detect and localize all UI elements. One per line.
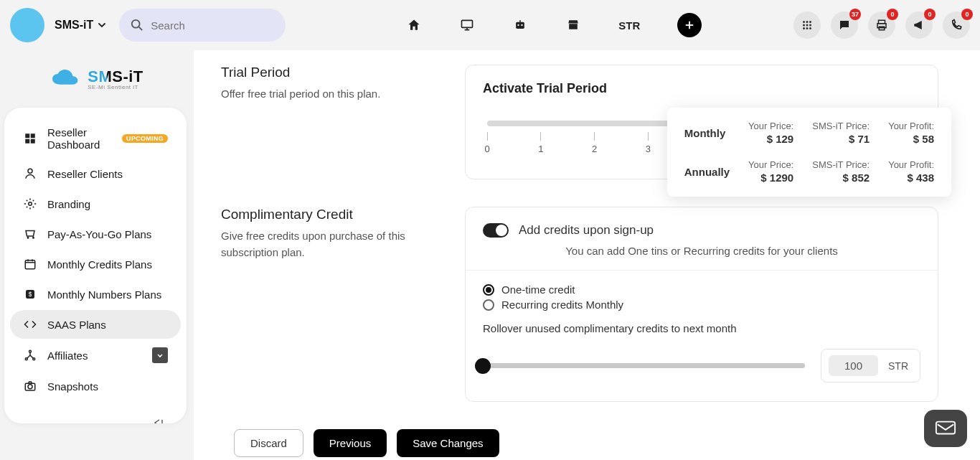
top-center-nav: STR [291, 13, 788, 37]
chat-icon[interactable]: 37 [831, 11, 858, 39]
smsit-price-label: SMS-iT Price: [812, 121, 870, 131]
sidebar-item-label: Monthly Numbers Plans [47, 288, 161, 301]
sidebar-item-snapshots[interactable]: Snapshots [10, 372, 181, 400]
dashboard-icon [23, 131, 37, 146]
credit-desc: Give free credits upon purchase of this … [221, 228, 436, 260]
slider-thumb[interactable] [475, 358, 491, 374]
smsit-price-monthly: $ 71 [812, 133, 870, 145]
svg-point-6 [518, 24, 519, 26]
avatar[interactable] [10, 8, 44, 42]
chevron-down-icon [98, 21, 106, 29]
your-profit-label: Your Profit: [888, 121, 934, 131]
trial-card-title: Activate Trial Period [483, 81, 920, 96]
apps-grid-icon[interactable] [793, 11, 821, 39]
previous-button[interactable]: Previous [314, 429, 387, 457]
desktop-icon[interactable] [459, 17, 475, 33]
your-profit-label: Your Profit: [888, 159, 934, 170]
svg-rect-24 [31, 133, 35, 138]
rollover-text: Rollover unused complimentary credits to… [483, 322, 920, 334]
tick: 2 [590, 132, 599, 154]
sidebar-item-label: Reseller Clients [47, 168, 123, 180]
top-bar: SMS-iT STR 37 [0, 0, 980, 50]
your-price-annually: $ 1290 [748, 172, 793, 184]
sidebar-nav: Reseller Dashboard UPCOMING Reseller Cli… [4, 108, 187, 423]
credit-title: Complimentary Credit [221, 207, 436, 222]
radio-icon [483, 299, 494, 311]
clients-icon [23, 166, 37, 181]
sidebar-item-label: SAAS Plans [47, 319, 106, 331]
save-button[interactable]: Save Changes [397, 429, 499, 457]
svg-point-35 [29, 350, 32, 352]
credit-slider[interactable] [483, 363, 805, 368]
upcoming-badge: UPCOMING [122, 134, 168, 143]
credit-toggle-label: Add credits upon sign-up [519, 223, 654, 238]
credit-value[interactable]: 100 [829, 355, 878, 376]
divider [466, 270, 938, 271]
pricing-popover: Monthly Your Price:$ 129 SMS-iT Price:$ … [667, 108, 951, 197]
svg-point-0 [132, 20, 140, 28]
svg-point-19 [809, 27, 811, 29]
logo-text: SMS-iT [88, 67, 143, 85]
camera-icon [23, 379, 37, 393]
trial-desc: Offer free trial period on this plan. [221, 86, 436, 103]
smsit-price-annually: $ 852 [812, 172, 870, 184]
pricing-monthly-label: Monthly [684, 127, 730, 139]
logo[interactable]: SMS-iT SE-Mi Sentient iT [0, 50, 194, 108]
your-profit-annually: $ 438 [888, 172, 934, 184]
sidebar-item-monthly-numbers[interactable]: $ Monthly Numbers Plans [10, 280, 181, 309]
trial-title: Trial Period [221, 65, 436, 80]
radio-one-time[interactable]: One-time credit [483, 283, 920, 296]
svg-point-39 [28, 385, 32, 389]
cart-icon [23, 227, 37, 241]
collapse-icon[interactable] [152, 418, 165, 423]
svg-rect-29 [25, 260, 35, 269]
megaphone-icon[interactable]: 0 [905, 11, 933, 39]
robot-icon[interactable] [512, 17, 528, 33]
add-button[interactable] [677, 13, 702, 37]
workspace-switcher[interactable]: SMS-iT [55, 19, 106, 32]
radio-label: Recurring credits Monthly [501, 299, 623, 311]
credit-toggle[interactable] [483, 223, 509, 238]
number-icon: $ [23, 287, 37, 301]
phone-icon[interactable]: 0 [943, 11, 970, 39]
sidebar: SMS-iT SE-Mi Sentient iT Reseller Dashbo… [0, 50, 194, 460]
megaphone-badge: 0 [924, 9, 936, 20]
main-content: Trial Period Offer free trial period on … [194, 50, 980, 460]
sidebar-item-affiliates[interactable]: Affiliates [10, 340, 181, 370]
svg-point-27 [28, 169, 32, 173]
sidebar-item-reseller-dashboard[interactable]: Reseller Dashboard UPCOMING [10, 119, 181, 158]
discard-button[interactable]: Discard [234, 429, 303, 457]
search-box[interactable] [119, 9, 286, 42]
chevron-down-icon[interactable] [152, 347, 168, 363]
svg-point-17 [803, 27, 805, 29]
sidebar-item-payg[interactable]: Pay-As-You-Go Plans [10, 220, 181, 248]
sidebar-item-label: Monthly Credits Plans [47, 258, 152, 271]
your-price-label: Your Price: [748, 159, 793, 170]
svg-rect-5 [516, 22, 524, 29]
tick: 1 [537, 132, 545, 154]
svg-point-7 [522, 24, 523, 26]
sidebar-item-reseller-clients[interactable]: Reseller Clients [10, 159, 181, 188]
your-price-monthly: $ 129 [748, 133, 793, 145]
svg-rect-40 [936, 422, 955, 434]
search-icon [131, 19, 143, 32]
sidebar-item-monthly-credits[interactable]: Monthly Credits Plans [10, 250, 181, 278]
sidebar-item-branding[interactable]: Branding [10, 189, 181, 218]
radio-icon [483, 284, 494, 296]
sidebar-item-label: Snapshots [47, 380, 98, 393]
radio-recurring[interactable]: Recurring credits Monthly [483, 299, 920, 311]
phone-badge: 0 [961, 9, 973, 20]
printer-icon[interactable]: 0 [868, 11, 895, 39]
str-label[interactable]: STR [618, 19, 640, 32]
sidebar-item-saas-plans[interactable]: SAAS Plans [10, 310, 181, 339]
calendar-icon [23, 257, 37, 271]
sidebar-item-label: Affiliates [47, 349, 88, 362]
chat-fab[interactable] [924, 410, 967, 447]
credit-unit: STR [888, 360, 908, 372]
search-input[interactable] [151, 19, 274, 32]
svg-point-18 [806, 27, 809, 29]
svg-point-14 [803, 24, 805, 27]
form-buttons: Discard Previous Save Changes [221, 429, 938, 457]
home-icon[interactable] [406, 17, 422, 33]
store-icon[interactable] [565, 17, 581, 33]
